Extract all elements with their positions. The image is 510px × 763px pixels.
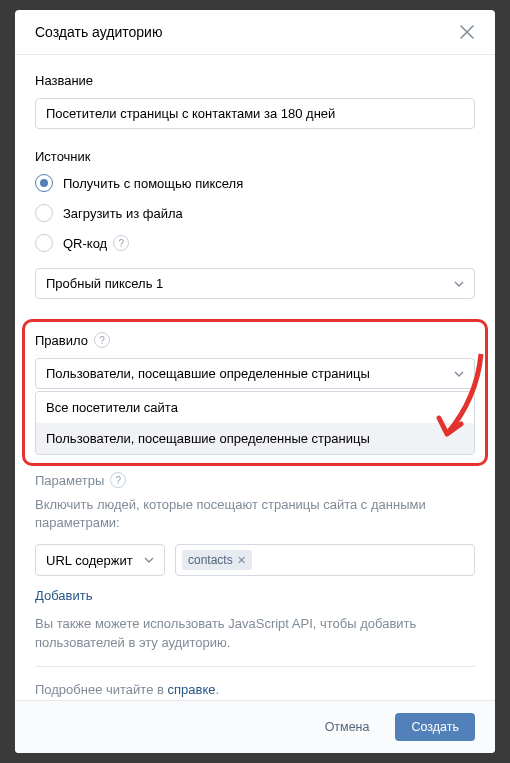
create-audience-modal: Создать аудиторию Название Источник Полу… bbox=[15, 10, 495, 753]
rule-select[interactable]: Пользователи, посещавшие определенные ст… bbox=[35, 358, 475, 389]
radio-indicator bbox=[35, 234, 53, 252]
rule-highlight-box: Правило ? Пользователи, посещавшие опред… bbox=[22, 319, 488, 466]
radio-indicator bbox=[35, 204, 53, 222]
url-value-input[interactable]: contacts ✕ bbox=[175, 544, 475, 576]
help-icon[interactable]: ? bbox=[94, 332, 110, 348]
help-icon[interactable]: ? bbox=[113, 235, 129, 251]
close-icon[interactable] bbox=[459, 24, 475, 40]
chevron-down-icon bbox=[454, 369, 464, 379]
params-label: Параметры bbox=[35, 473, 104, 488]
js-api-note: Вы также можете использовать JavaScript … bbox=[35, 615, 475, 651]
audience-name-input[interactable] bbox=[35, 98, 475, 129]
help-link[interactable]: справке bbox=[168, 682, 216, 697]
radio-option-qr[interactable]: QR-код ? bbox=[35, 234, 475, 252]
url-tag-text: contacts bbox=[188, 553, 233, 567]
help-line: Подробнее читайте в справке. bbox=[35, 681, 475, 699]
radio-option-file[interactable]: Загрузить из файла bbox=[35, 204, 475, 222]
cancel-button[interactable]: Отмена bbox=[309, 713, 386, 741]
radio-label: QR-код bbox=[63, 236, 107, 251]
tag-remove-icon[interactable]: ✕ bbox=[237, 554, 246, 567]
params-description: Включить людей, которые посещают страниц… bbox=[35, 496, 475, 532]
help-prefix: Подробнее читайте в bbox=[35, 682, 168, 697]
params-label-row: Параметры ? bbox=[35, 472, 475, 488]
pixel-select[interactable]: Пробный пиксель 1 bbox=[35, 268, 475, 299]
rule-select-value: Пользователи, посещавшие определенные ст… bbox=[46, 366, 370, 381]
rule-option-all-visitors[interactable]: Все посетители сайта bbox=[36, 392, 474, 423]
rule-label-row: Правило ? bbox=[35, 332, 475, 348]
param-row: URL содержит contacts ✕ bbox=[35, 544, 475, 576]
create-button[interactable]: Создать bbox=[395, 713, 475, 741]
modal-footer: Отмена Создать bbox=[15, 700, 495, 753]
chevron-down-icon bbox=[454, 279, 464, 289]
url-condition-select[interactable]: URL содержит bbox=[35, 544, 165, 576]
radio-label: Загрузить из файла bbox=[63, 206, 183, 221]
add-param-link[interactable]: Добавить bbox=[35, 588, 92, 603]
help-icon[interactable]: ? bbox=[110, 472, 126, 488]
source-block: Источник Получить с помощью пикселя Загр… bbox=[35, 149, 475, 299]
url-tag: contacts ✕ bbox=[182, 550, 252, 570]
divider bbox=[35, 666, 475, 667]
radio-label: Получить с помощью пикселя bbox=[63, 176, 243, 191]
name-block: Название bbox=[35, 73, 475, 129]
chevron-down-icon bbox=[144, 555, 154, 565]
modal-title: Создать аудиторию bbox=[35, 24, 162, 40]
source-label: Источник bbox=[35, 149, 475, 164]
radio-option-pixel[interactable]: Получить с помощью пикселя bbox=[35, 174, 475, 192]
rule-dropdown: Все посетители сайта Пользователи, посещ… bbox=[35, 391, 475, 455]
radio-indicator bbox=[35, 174, 53, 192]
modal-header: Создать аудиторию bbox=[15, 10, 495, 55]
url-condition-value: URL содержит bbox=[46, 553, 133, 568]
pixel-select-value: Пробный пиксель 1 bbox=[46, 276, 163, 291]
name-label: Название bbox=[35, 73, 475, 88]
rule-option-specific-pages[interactable]: Пользователи, посещавшие определенные ст… bbox=[36, 423, 474, 454]
modal-body: Название Источник Получить с помощью пик… bbox=[15, 55, 495, 700]
rule-label: Правило bbox=[35, 333, 88, 348]
